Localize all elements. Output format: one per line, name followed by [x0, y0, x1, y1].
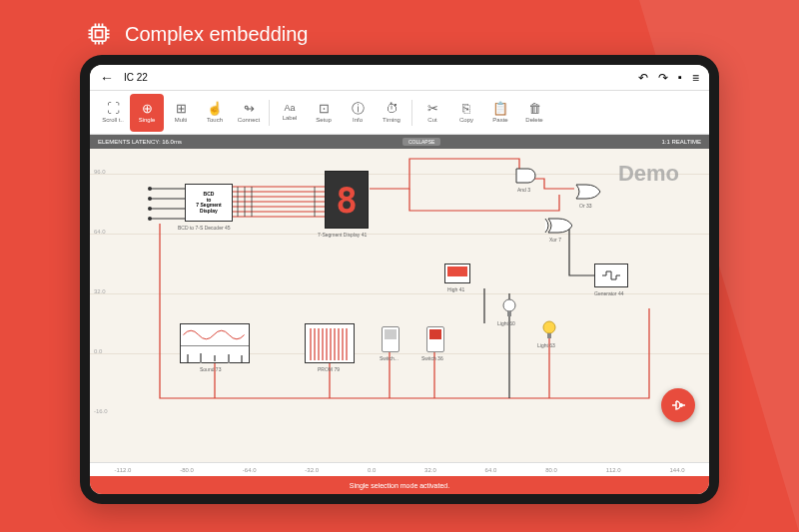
tool-timing[interactable]: ⏱Timing [375, 94, 408, 132]
bcd-decoder[interactable]: BCDto7 SegmentDisplay [185, 184, 233, 222]
tool-info[interactable]: ⓘInfo [341, 94, 375, 132]
svg-point-20 [543, 321, 555, 333]
tool-label[interactable]: AaLabel [273, 94, 307, 132]
svg-point-17 [148, 217, 152, 221]
tool-multi[interactable]: ⊞Multi [164, 94, 198, 132]
tool-cut[interactable]: ✂Cut [415, 94, 449, 132]
seven-segment-display[interactable]: 8 [325, 171, 369, 229]
app-header: ← IC 22 ↶ ↷ ▪ ≡ [90, 65, 709, 91]
chip-icon [85, 20, 113, 48]
undo-button[interactable]: ↶ [638, 71, 648, 85]
status-bar: ELEMENTS LATENCY: 16.0ms COLLAPSE 1:1 RE… [90, 135, 709, 149]
tool-single[interactable]: ⊕Single [130, 94, 164, 132]
high-component[interactable] [444, 264, 470, 283]
light-bulb-2[interactable] [542, 320, 556, 340]
redo-button[interactable]: ↷ [658, 71, 668, 85]
generator[interactable] [594, 264, 628, 287]
prom-component[interactable] [305, 323, 355, 363]
latency-label: ELEMENTS LATENCY: 16.0ms [98, 139, 182, 145]
collapse-button[interactable]: COLLAPSE [402, 138, 440, 146]
page-title: Complex embedding [125, 23, 308, 46]
circuit-canvas[interactable]: 96.0 64.0 32.0 0.0 -16.0 Demo BCDto7 Seg… [90, 149, 709, 462]
save-button[interactable]: ▪ [678, 71, 682, 85]
tool-delete[interactable]: 🗑Delete [517, 94, 551, 132]
footer-status: Single selection mode activated. [90, 476, 709, 494]
tool-connect[interactable]: ↬Connect [232, 94, 266, 132]
document-title: IC 22 [124, 72, 148, 83]
tool-touch[interactable]: ☝Touch [198, 94, 232, 132]
realtime-label: 1:1 REALTIME [661, 139, 701, 145]
and-gate[interactable] [514, 167, 542, 185]
menu-button[interactable]: ≡ [692, 71, 699, 85]
tablet-frame: ← IC 22 ↶ ↷ ▪ ≡ ⛶Scroll t.. ⊕Single ⊞Mul… [80, 55, 719, 504]
back-button[interactable]: ← [100, 70, 114, 86]
light-bulb-1[interactable] [502, 298, 516, 318]
svg-rect-0 [92, 27, 106, 41]
ruler-x: -112.0-80.0-64.0-32.00.032.064.080.0112.… [90, 462, 709, 476]
tool-scroll[interactable]: ⛶Scroll t.. [96, 94, 130, 132]
xor-gate[interactable] [544, 217, 572, 235]
svg-point-18 [503, 299, 515, 311]
svg-point-22 [680, 404, 682, 406]
tool-paste[interactable]: 📋Paste [483, 94, 517, 132]
svg-point-15 [148, 197, 152, 201]
svg-rect-1 [96, 31, 103, 38]
switch-1[interactable] [382, 326, 400, 352]
tool-setup[interactable]: ⊡Setup [307, 94, 341, 132]
toolbar: ⛶Scroll t.. ⊕Single ⊞Multi ☝Touch ↬Conne… [90, 91, 709, 135]
or-gate[interactable] [574, 183, 602, 201]
demo-watermark: Demo [618, 161, 679, 187]
switch-2[interactable] [426, 326, 444, 352]
add-component-fab[interactable] [661, 388, 695, 422]
tool-copy[interactable]: ⎘Copy [449, 94, 483, 132]
svg-rect-21 [547, 333, 551, 338]
svg-point-14 [148, 187, 152, 191]
svg-rect-19 [507, 311, 511, 316]
sound-component[interactable] [180, 323, 250, 363]
svg-point-16 [148, 207, 152, 211]
